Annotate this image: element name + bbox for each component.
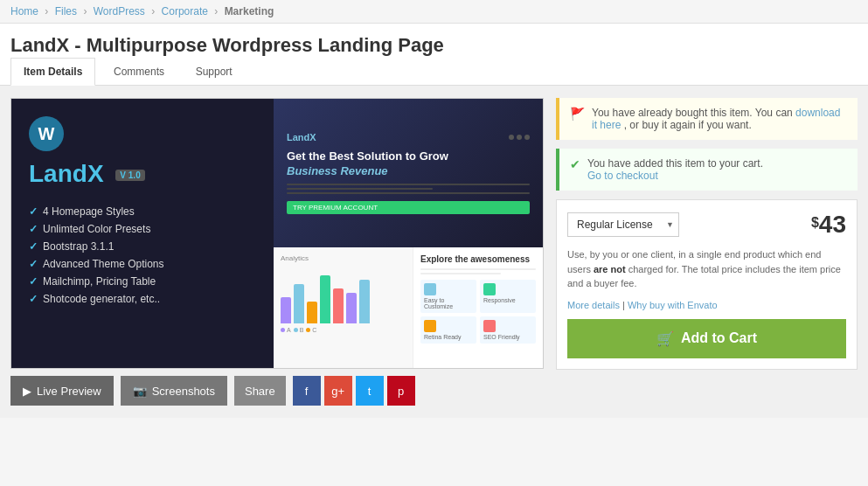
notice-cart: ✔ You have added this item to your cart.… — [556, 149, 858, 191]
check-icon: ✔ — [570, 157, 580, 171]
chart-bars — [281, 271, 406, 323]
breadcrumb-home[interactable]: Home — [10, 5, 38, 17]
flag-icon: 🚩 — [570, 107, 585, 121]
feature-2: Unlimted Color Presets — [29, 223, 256, 235]
tab-item-details[interactable]: Item Details — [10, 58, 95, 86]
product-image-left: W LandX V 1.0 4 Homepage Styles Unlimted… — [11, 99, 274, 368]
mockup-logo: LandX — [287, 132, 316, 142]
explore-card-4: SEO Friendly — [480, 316, 536, 344]
mockup-try-btn: TRY PREMIUM ACCOUNT — [287, 201, 530, 214]
breadcrumb-marketing: Marketing — [225, 5, 274, 17]
explore-card-3: Retina Ready — [420, 316, 476, 344]
notice-bought: 🚩 You have already bought this item. You… — [556, 98, 858, 140]
screenshots-button[interactable]: 📷 Screenshots — [121, 376, 227, 406]
breadcrumb-wordpress[interactable]: WordPress — [94, 5, 145, 17]
cart-icon: 🛒 — [656, 330, 674, 347]
product-image-area: W LandX V 1.0 4 Homepage Styles Unlimted… — [10, 98, 544, 369]
facebook-button[interactable]: f — [293, 376, 321, 406]
image-icon: 📷 — [133, 385, 147, 398]
go-to-checkout-link[interactable]: Go to checkout — [587, 170, 658, 182]
mockup-headline: Get the Best Solution to Grow Business R… — [287, 149, 530, 179]
purchase-links: More details | Why buy with Envato — [567, 300, 846, 310]
mockup-top: LandX Get the Best Solution to Grow Busi… — [274, 99, 543, 247]
google-button[interactable]: g+ — [324, 376, 352, 406]
mockup-dots — [509, 135, 530, 140]
buttons-row: ▶ Live Preview 📷 Screenshots Share f g+ … — [10, 376, 544, 406]
license-select[interactable]: Regular License Extended License — [567, 212, 679, 237]
right-panel: 🚩 You have already bought this item. You… — [556, 98, 858, 406]
explore-grid: Easy to Customize Responsive Retina Read… — [420, 280, 536, 344]
live-preview-button[interactable]: ▶ Live Preview — [10, 376, 114, 406]
explore-card-2: Responsive — [480, 280, 536, 313]
features-list: 4 Homepage Styles Unlimted Color Presets… — [29, 205, 256, 305]
purchase-box: Regular License Extended License $43 Use… — [556, 199, 858, 370]
price-description: Use, by you or one client, in a single e… — [567, 247, 846, 291]
version-badge: V 1.0 — [115, 170, 144, 181]
main-content: W LandX V 1.0 4 Homepage Styles Unlimted… — [0, 86, 868, 418]
license-price-row: Regular License Extended License $43 — [567, 211, 846, 239]
explore-area: Explore the awesomeness Easy to Customiz… — [413, 247, 543, 368]
license-select-wrap: Regular License Extended License — [567, 212, 679, 237]
price-display: $43 — [811, 211, 846, 239]
chart-area: Analytics A — [274, 247, 413, 368]
product-logo: LandX V 1.0 — [29, 160, 256, 188]
feature-5: Mailchimp, Pricing Table — [29, 275, 256, 288]
twitter-button[interactable]: t — [356, 376, 384, 406]
mockup-bottom: Analytics A — [274, 247, 543, 368]
tab-support[interactable]: Support — [183, 58, 246, 86]
social-buttons: f g+ t p — [293, 376, 415, 406]
feature-4: Advanced Theme Options — [29, 258, 256, 270]
page-title: LandX - Multipurpose Wordpress Landing P… — [0, 24, 868, 57]
why-envato-link[interactable]: Why buy with Envato — [628, 300, 718, 310]
more-details-link[interactable]: More details — [567, 300, 620, 310]
explore-card-1: Easy to Customize — [420, 280, 476, 313]
chart-legend: A B C — [281, 327, 406, 333]
breadcrumb-corporate[interactable]: Corporate — [162, 5, 208, 17]
wp-badge: W — [29, 116, 64, 151]
share-button[interactable]: Share — [234, 376, 286, 406]
left-panel: W LandX V 1.0 4 Homepage Styles Unlimted… — [10, 98, 544, 406]
feature-3: Bootstrap 3.1.1 — [29, 240, 256, 253]
explore-lines — [420, 268, 536, 274]
tab-bar: Item Details Comments Support — [0, 57, 868, 86]
feature-1: 4 Homepage Styles — [29, 205, 256, 218]
feature-6: Shotcode generator, etc.. — [29, 293, 256, 305]
mockup-lines — [287, 184, 530, 197]
tab-comments[interactable]: Comments — [101, 58, 177, 86]
breadcrumb-files[interactable]: Files — [55, 5, 77, 17]
breadcrumb: Home › Files › WordPress › Corporate › M… — [0, 0, 868, 24]
add-to-cart-button[interactable]: 🛒 Add to Cart — [567, 319, 846, 358]
product-image-right: LandX Get the Best Solution to Grow Busi… — [274, 99, 543, 368]
pinterest-button[interactable]: p — [387, 376, 415, 406]
monitor-icon: ▶ — [23, 385, 31, 398]
explore-title: Explore the awesomeness — [420, 254, 536, 264]
